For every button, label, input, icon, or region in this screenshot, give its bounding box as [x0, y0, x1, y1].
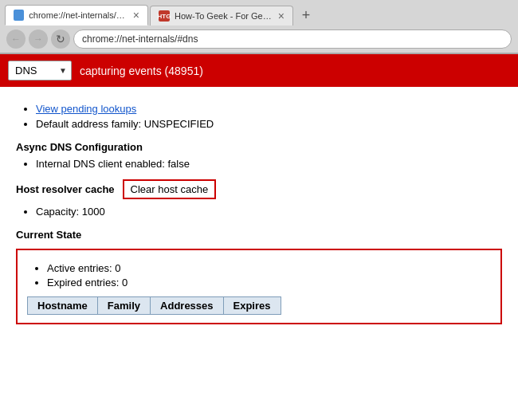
capturing-status: capturing events (48951) — [80, 65, 203, 77]
dns-dropdown[interactable]: DNS — [8, 61, 72, 80]
refresh-button[interactable]: ↻ — [51, 29, 70, 49]
internal-dns-item: Internal DNS client enabled: false — [36, 158, 502, 170]
capacity-list: Capacity: 1000 — [16, 206, 502, 218]
current-state-list: Active entries: 0 Expired entries: 0 — [27, 262, 491, 289]
capacity-item: Capacity: 1000 — [36, 206, 502, 218]
tab-bar: chrome://net-internals/#d... × HTG How-T… — [0, 0, 518, 26]
host-resolver-label: Host resolver cache — [16, 183, 115, 195]
current-state-box: Active entries: 0 Expired entries: 0 Hos… — [16, 249, 502, 324]
dns-select-wrapper: DNS ▼ — [8, 61, 72, 80]
host-resolver-row: Host resolver cache Clear host cache — [16, 179, 502, 199]
net-internals-favicon — [14, 10, 24, 21]
tab-htg-title: How-To Geek - For Geeks... — [175, 11, 273, 21]
dns-table: Hostname Family Addresses Expires — [27, 296, 281, 315]
htg-favicon: HTG — [159, 10, 170, 22]
col-hostname: Hostname — [28, 297, 98, 315]
tab-net-internals[interactable]: chrome://net-internals/#d... × — [5, 5, 148, 26]
tab-htg-close[interactable]: × — [278, 10, 285, 22]
main-content: View pending lookups Default address fam… — [0, 87, 518, 420]
dns-table-header-row: Hostname Family Addresses Expires — [28, 297, 281, 315]
async-dns-list: Internal DNS client enabled: false — [16, 158, 502, 170]
top-list: View pending lookups Default address fam… — [16, 103, 502, 130]
current-state-heading: Current State — [16, 229, 502, 241]
col-expires: Expires — [223, 297, 281, 315]
tab-htg[interactable]: HTG How-To Geek - For Geeks... × — [150, 6, 293, 26]
forward-icon: → — [33, 33, 43, 45]
back-icon: ← — [11, 33, 21, 45]
back-button[interactable]: ← — [6, 29, 26, 49]
tab-net-internals-close[interactable]: × — [133, 10, 139, 21]
active-entries-item: Active entries: 0 — [47, 262, 491, 274]
forward-button[interactable]: → — [29, 29, 48, 49]
clear-host-cache-button[interactable]: Clear host cache — [123, 179, 217, 199]
col-family: Family — [97, 297, 150, 315]
address-bar[interactable] — [73, 29, 512, 49]
default-address-family-item: Default address family: UNSPECIFIED — [36, 118, 502, 130]
red-bar: DNS ▼ capturing events (48951) — [0, 54, 518, 87]
expired-entries-item: Expired entries: 0 — [47, 277, 491, 289]
col-addresses: Addresses — [151, 297, 223, 315]
browser-chrome: chrome://net-internals/#d... × HTG How-T… — [0, 0, 518, 54]
view-pending-lookups-link[interactable]: View pending lookups — [36, 103, 136, 115]
async-dns-heading: Async DNS Configuration — [16, 141, 502, 153]
nav-bar: ← → ↻ — [0, 26, 518, 53]
tab-net-internals-title: chrome://net-internals/#d... — [29, 10, 128, 20]
view-pending-lookups-item: View pending lookups — [36, 103, 502, 115]
new-tab-button[interactable]: + — [295, 5, 317, 26]
refresh-icon: ↻ — [56, 33, 65, 45]
